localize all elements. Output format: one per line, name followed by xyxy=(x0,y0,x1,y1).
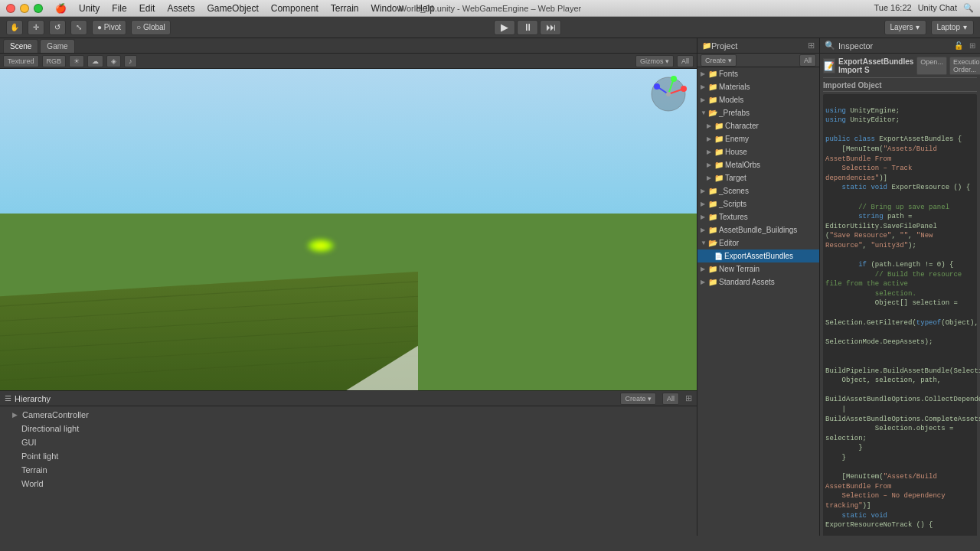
folder-new-terrain[interactable]: ▶ 📁 New Terrain xyxy=(697,262,819,276)
svg-point-13 xyxy=(671,76,677,82)
project-create[interactable]: Create ▾ xyxy=(701,54,737,67)
folder-arrow: ▶ xyxy=(707,122,713,129)
play-controls: ▶ ⏸ ⏭ xyxy=(494,20,561,35)
close-button[interactable] xyxy=(6,4,15,13)
color-mode[interactable]: RGB xyxy=(42,55,67,67)
menu-assets[interactable]: Assets xyxy=(162,2,199,15)
menu-gameobject[interactable]: GameObject xyxy=(202,2,263,15)
folder-models[interactable]: ▶ 📁 Models xyxy=(697,93,819,106)
menu-component[interactable]: Component xyxy=(266,2,323,15)
folder-arrow: ▶ xyxy=(701,214,707,220)
search-icon[interactable]: 🔍 xyxy=(963,3,974,13)
layout-dropdown[interactable]: Laptop▾ xyxy=(931,20,974,35)
hierarchy-item-label: Point light xyxy=(21,452,58,461)
svg-marker-1 xyxy=(0,272,418,390)
folder-label: Standard Assets xyxy=(719,278,775,286)
folder-assetbundle-buildings[interactable]: ▶ 📁 AssetBundle_Buildings xyxy=(697,223,819,236)
folder-label: House xyxy=(725,148,747,156)
menu-terrain[interactable]: Terrain xyxy=(326,2,364,15)
rotate-tool[interactable]: ↺ xyxy=(49,20,66,35)
inspector-title: Inspector xyxy=(838,41,873,51)
folder-label: _Scenes xyxy=(719,187,749,195)
menu-bar[interactable]: 🍎 Unity File Edit Assets GameObject Comp… xyxy=(51,2,439,15)
folder-metalorbs[interactable]: ▶ 📁 MetalOrbs xyxy=(697,158,819,171)
scene-panel: Scene Game Textured RGB ☀ ☁ ◈ ♪ Gizmos ▾… xyxy=(0,38,697,536)
folder-scenes[interactable]: ▶ 📁 _Scenes xyxy=(697,184,819,197)
project-all[interactable]: All xyxy=(799,54,816,67)
pause-button[interactable]: ⏸ xyxy=(517,20,538,35)
inspector-maximize[interactable]: ⊞ xyxy=(969,41,975,50)
move-tool[interactable]: ✛ xyxy=(28,20,44,35)
tab-scene[interactable]: Scene xyxy=(3,39,38,53)
menu-file[interactable]: File xyxy=(107,2,131,15)
folder-label: Materials xyxy=(719,83,750,91)
hierarchy-item-gui[interactable]: GUI xyxy=(3,435,694,449)
folder-arrow: ▶ xyxy=(701,201,707,207)
project-maximize[interactable]: ⊞ xyxy=(808,41,815,51)
project-header: 📁 Project ⊞ xyxy=(697,38,819,54)
folder-label: Target xyxy=(725,174,746,182)
scene-viewport[interactable] xyxy=(0,69,697,390)
folder-materials[interactable]: ▶ 📁 Materials xyxy=(697,80,819,93)
inspector-sub-buttons: Open... Execution Order... xyxy=(916,57,980,75)
hierarchy-item-dirlight[interactable]: Directional light xyxy=(3,422,694,435)
folder-icon: 📁 xyxy=(708,200,717,208)
menu-unity[interactable]: Unity xyxy=(74,2,104,15)
play-button[interactable]: ▶ xyxy=(494,20,515,35)
hierarchy-item-camera[interactable]: ▶ CameraController xyxy=(3,408,694,422)
hierarchy-all[interactable]: All xyxy=(662,393,679,405)
render-mode[interactable]: Textured xyxy=(3,55,39,67)
lock-icon[interactable]: 🔓 xyxy=(954,41,963,50)
hierarchy-item-terrain[interactable]: Terrain xyxy=(3,463,694,477)
project-toolbar: Create ▾ All xyxy=(697,54,819,67)
orientation-gizmo[interactable] xyxy=(649,75,688,113)
folder-enemy[interactable]: ▶ 📁 Enemy xyxy=(697,132,819,145)
folder-icon: 📂 xyxy=(708,109,717,117)
all-button[interactable]: All xyxy=(677,55,694,67)
unity-chat[interactable]: Unity Chat xyxy=(918,3,957,13)
hierarchy-item-label: Terrain xyxy=(21,465,47,474)
scale-tool[interactable]: ⤡ xyxy=(70,20,87,35)
folder-label: Models xyxy=(719,96,743,104)
folder-fonts[interactable]: ▶ 📁 Fonts xyxy=(697,67,819,80)
hierarchy-item-pointlight[interactable]: Point light xyxy=(3,449,694,463)
hierarchy-maximize[interactable]: ⊞ xyxy=(685,393,692,403)
scene-audio-icon[interactable]: ♪ xyxy=(124,55,137,67)
folder-textures[interactable]: ▶ 📁 Textures xyxy=(697,210,819,223)
maximize-button[interactable] xyxy=(34,4,43,13)
folder-standard-assets[interactable]: ▶ 📁 Standard Assets xyxy=(697,276,819,289)
hierarchy-create[interactable]: Create ▾ xyxy=(620,393,656,405)
step-button[interactable]: ⏭ xyxy=(540,20,561,35)
menu-apple[interactable]: 🍎 xyxy=(51,2,71,15)
scene-fx-icon[interactable]: ◈ xyxy=(106,55,121,67)
layers-dropdown[interactable]: Layers▾ xyxy=(884,20,926,35)
window-controls[interactable] xyxy=(6,4,43,13)
project-panel: 📁 Project ⊞ Create ▾ All ▶ 📁 Fonts ▶ 📁 M… xyxy=(697,38,819,536)
menu-edit[interactable]: Edit xyxy=(135,2,160,15)
folder-target[interactable]: ▶ 📁 Target xyxy=(697,171,819,184)
folder-label: Fonts xyxy=(719,70,738,78)
minimize-button[interactable] xyxy=(20,4,29,13)
folder-scripts[interactable]: ▶ 📁 _Scripts xyxy=(697,197,819,210)
hierarchy-content: ▶ CameraController Directional light GUI… xyxy=(0,406,697,536)
scene-light-icon[interactable]: ☀ xyxy=(69,55,84,67)
gizmos-button[interactable]: Gizmos ▾ xyxy=(635,55,674,67)
file-exportassetbundles[interactable]: 📄 ExportAssetBundles xyxy=(697,249,819,262)
folder-label: New Terrain xyxy=(719,265,760,273)
folder-character[interactable]: ▶ 📁 Character xyxy=(697,119,819,132)
folder-editor[interactable]: ▼ 📂 Editor xyxy=(697,236,819,249)
folder-arrow: ▼ xyxy=(701,240,707,246)
open-button[interactable]: Open... xyxy=(916,57,947,75)
hand-tool[interactable]: ✋ xyxy=(6,20,23,35)
tab-game[interactable]: Game xyxy=(40,39,74,53)
folder-icon: 📁 xyxy=(708,83,717,91)
pivot-toggle[interactable]: ● Pivot xyxy=(92,20,126,35)
execution-order-button[interactable]: Execution Order... xyxy=(949,57,980,75)
folder-prefabs[interactable]: ▼ 📂 _Prefabs xyxy=(697,106,819,119)
scene-sky-icon[interactable]: ☁ xyxy=(87,55,103,67)
hierarchy-item-world[interactable]: World xyxy=(3,477,694,491)
folder-icon: 📁 xyxy=(708,278,717,286)
script-icon: 📝 xyxy=(823,58,835,73)
global-toggle[interactable]: ○ Global xyxy=(131,20,171,35)
folder-house[interactable]: ▶ 📁 House xyxy=(697,145,819,158)
